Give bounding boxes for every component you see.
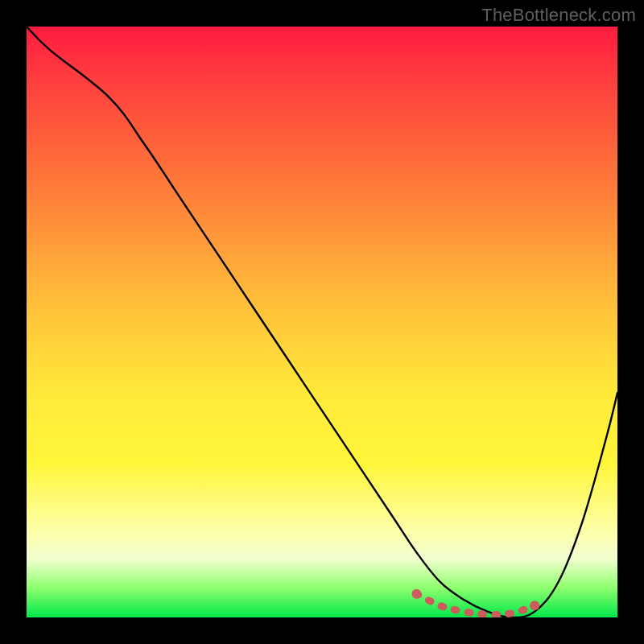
- chart-svg: [27, 27, 617, 617]
- valley-highlight-path: [416, 594, 535, 615]
- bottleneck-curve: [27, 27, 617, 617]
- chart-frame: TheBottleneck.com: [0, 0, 644, 644]
- valley-highlight-dot: [411, 589, 421, 599]
- valley-highlight: [411, 589, 539, 615]
- attribution-text: TheBottleneck.com: [481, 5, 636, 26]
- plot-area: [27, 27, 617, 617]
- valley-highlight-dot: [530, 601, 539, 610]
